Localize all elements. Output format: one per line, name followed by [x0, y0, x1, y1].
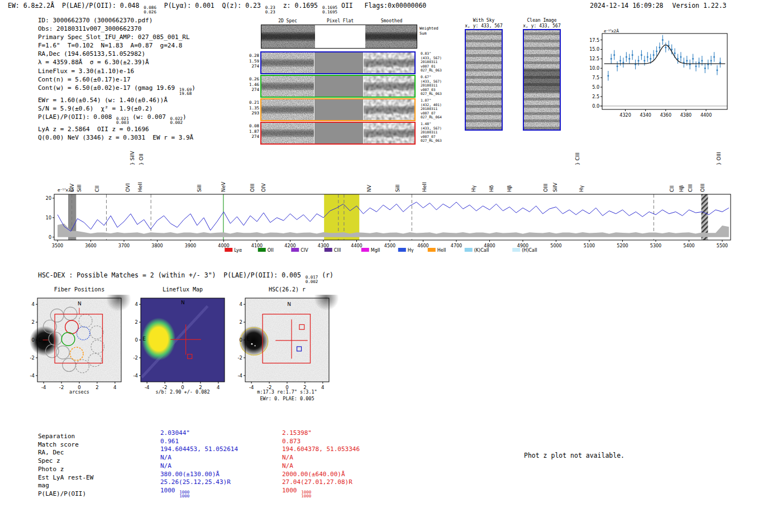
match-value: N/A: [282, 454, 293, 461]
cutout-column-header: Pixel Flat: [327, 18, 354, 23]
emission-line-label: SiII: [395, 184, 400, 192]
header-text: EW: 6.8±2.2Å P(LAE)/P(OII): 0.048: [8, 2, 143, 9]
emission-line-label: Hγ: [579, 185, 584, 192]
report-summary-line: EW: 6.8±2.2Å P(LAE)/P(OII): 0.048 0.0860…: [8, 2, 426, 14]
clean-image: [523, 29, 561, 131]
match-row-label: RA, Dec: [38, 449, 64, 456]
legend-swatch: [291, 248, 299, 252]
svg-text:-2: -2: [267, 385, 271, 390]
svg-text:4: 4: [321, 385, 324, 390]
emission-line-label: Hβ: [507, 185, 512, 192]
info-text: ID: 3000662370 (3000662370.pdf): [38, 17, 152, 24]
svg-text:3600: 3600: [85, 243, 96, 248]
svg-text:-4: -4: [249, 385, 254, 390]
hsc-match-header: HSC-DEX : Possible Matches = 2 (within +…: [38, 271, 333, 284]
svg-text:20: 20: [46, 196, 51, 201]
emission-line-label: OIII: [543, 184, 549, 192]
cutout-row-annotation: 0.83"(433, 567)20180311v007_01027_RL_063: [421, 51, 442, 73]
info-text: Cont(w) = 6.50(±0.02)e-17 (gmag 19.69: [38, 84, 179, 92]
svg-text:4380: 4380: [680, 113, 692, 118]
legend-swatch: [465, 248, 473, 252]
match-text: N/A: [282, 462, 293, 469]
match-row-label: Match score: [38, 441, 79, 448]
svg-text:5500: 5500: [717, 243, 728, 248]
report-meta: 2024-12-14 16:09:28Version 1.22.3: [590, 2, 727, 9]
fiber-positions-title: Fiber Positions: [35, 286, 124, 293]
cutout-row: [260, 75, 416, 98]
info-line: RA,Dec (194.605133,51.052982): [38, 50, 196, 58]
svg-text:5.0: 5.0: [592, 85, 599, 90]
header-text: P(Lyα): 0.001 Q(z): 0.23: [156, 2, 265, 9]
error-band: [58, 224, 729, 237]
match-text: 1000: [282, 487, 301, 494]
svg-text:-4: -4: [145, 385, 149, 390]
info-text: ): [192, 84, 196, 92]
header-fraction: 0.0860.026: [144, 6, 156, 14]
sky-panel-title: Clean Image: [527, 18, 557, 23]
spec-cutout-image: [261, 52, 314, 73]
svg-text:10.0: 10.0: [589, 66, 599, 71]
sky-panel-title: With Sky: [473, 18, 495, 23]
hsc-header-text: HSC-DEX : Possible Matches = 2 (within +…: [38, 271, 305, 279]
info-text: LineFlux = 3.30(±1.10)e-16: [38, 68, 134, 75]
emission-line-label: SiIV: [552, 182, 558, 192]
info-text: λ = 4359.88Å σ = 6.30(±2.39)Å: [38, 59, 149, 66]
match-row-label: Photo z: [38, 466, 64, 473]
match-fraction: 10001000: [179, 490, 189, 499]
svg-text:4340: 4340: [640, 113, 651, 118]
svg-text:3800: 3800: [151, 243, 163, 248]
emission-line-label: } CIII: [575, 152, 580, 165]
cutout-row-annotation: 1.07"(432, 401)20180311v007_07027_RL_064: [421, 98, 442, 119]
match-row-label: P(LAE)/P(OII): [38, 490, 86, 497]
cutout-row-stats: 0.261.46274: [245, 76, 259, 93]
east-label: E: [246, 336, 250, 342]
cutout-row-stats: 0.081.87274: [245, 123, 259, 140]
match-value: N/A: [282, 462, 293, 469]
match-text: 380.00(±130.00)Å: [160, 471, 220, 478]
cutout-row-stats: 0.211.35293: [245, 100, 259, 116]
legend-label: HeII: [437, 248, 446, 253]
svg-text:-4: -4: [30, 373, 35, 378]
svg-text:12.5: 12.5: [589, 56, 599, 61]
header-fraction: 0.16950.1695: [322, 6, 337, 14]
info-line: Q(0.00) NeV (3346) z = 0.3031 EW r = 3.9…: [38, 133, 196, 142]
svg-text:-4: -4: [41, 385, 46, 390]
emission-line-label: CIV: [69, 183, 75, 192]
cutout-column-header: 2D Spec: [278, 18, 297, 23]
match-text: N/A: [160, 454, 171, 461]
match-value: 27.04(27.01,27.08)R: [282, 478, 352, 486]
svg-text:0: 0: [240, 337, 242, 343]
svg-text:0.0: 0.0: [592, 104, 599, 109]
svg-text:4100: 4100: [251, 243, 263, 248]
svg-text:-2: -2: [238, 355, 242, 361]
hsc-image-title: HSC(26.2) r: [242, 286, 332, 293]
svg-text:2: 2: [135, 319, 138, 325]
info-fraction: 19.6919.68: [179, 88, 192, 96]
legend-swatch: [398, 248, 406, 252]
match-text: 1000: [160, 487, 179, 494]
flat-cutout-image: [314, 99, 363, 120]
elixer-report: EW: 6.8±2.2Å P(LAE)/P(OII): 0.048 0.0860…: [0, 0, 782, 532]
emission-line-label: SiII: [197, 184, 202, 192]
svg-text:4: 4: [217, 385, 220, 390]
svg-text:2: 2: [32, 319, 35, 325]
svg-text:2: 2: [96, 385, 98, 390]
svg-text:3700: 3700: [118, 243, 130, 248]
info-text: EWr = 1.60(±0.54) (w: 1.40(±0.46))Å: [38, 97, 168, 104]
svg-text:4: 4: [113, 385, 116, 390]
svg-text:0: 0: [32, 337, 35, 343]
with-sky-image: [465, 29, 503, 131]
info-line: Cont(w) = 6.50(±0.02)e-17 (gmag 19.69 19…: [38, 84, 196, 96]
svg-text:-4: -4: [238, 373, 242, 378]
match-value: 194.604453, 51.052614: [160, 445, 238, 453]
emission-line-label: } OIII: [716, 152, 722, 165]
cutout-row: [260, 51, 416, 74]
info-text: F=1.6" T=0.102 N=1.83 A=0.87 g=24.8: [38, 42, 182, 49]
legend-label: Hγ: [408, 248, 414, 253]
flat-cutout-image: [314, 52, 363, 73]
spec-cutout-image: [261, 123, 314, 143]
svg-text:0: 0: [49, 235, 51, 240]
emission-line-label: } SiIV: [130, 151, 135, 165]
svg-text:7.5: 7.5: [592, 75, 599, 80]
dark-cutout-image: [261, 25, 315, 48]
